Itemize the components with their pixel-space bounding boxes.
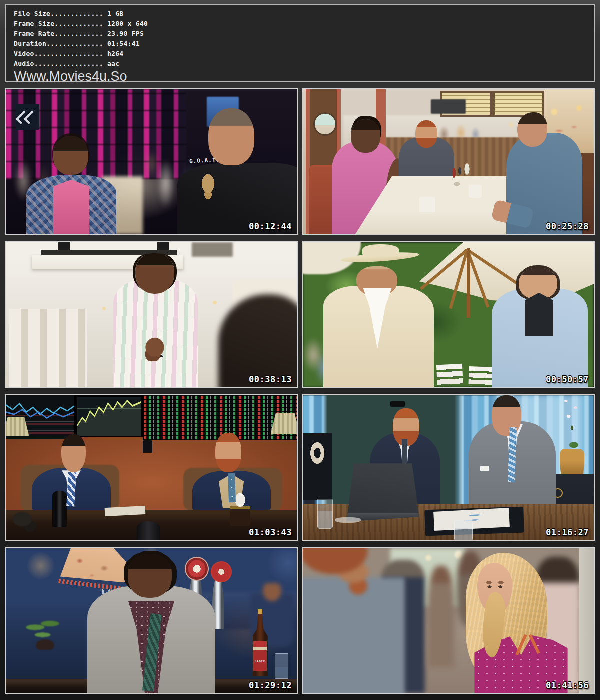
person-right-blue-polo [506, 133, 582, 234]
person-right-head [492, 396, 521, 436]
cowboy-hat-crown [362, 244, 399, 256]
wall-sconce [390, 402, 405, 408]
screenshot-3-bright-interior: 00:38:13 [5, 242, 298, 388]
media-info-panel: File Size............. 1 GB Frame Size..… [5, 4, 595, 82]
timestamp-overlay: 01:29:12 [249, 682, 292, 690]
person-left-cream-suit [324, 286, 434, 388]
timestamp-overlay: 01:03:43 [249, 528, 292, 537]
person-left-navy-suit-striped-tie [32, 468, 110, 512]
screenshot-2-diner: 00:25:28 [302, 88, 595, 236]
media-info-audio-codec: Audio................. aac [14, 59, 586, 69]
person-gray-blazer [88, 586, 216, 694]
timestamp-overlay: 01:16:27 [546, 528, 589, 537]
media-info-frame-rate: Frame Rate............ 23.98 FPS [14, 29, 586, 39]
screenshot-4-garden-party: 00:50:57 [302, 242, 595, 388]
media-info-file-size: File Size............. 1 GB [14, 9, 586, 19]
screenshot-8-party: 01:41:56 [302, 548, 595, 694]
screenshot-1-nightclub: G.O.A.T. 00:12:44 [5, 88, 298, 236]
pocket-square [480, 466, 489, 471]
monitor-center-stock-chart [76, 396, 143, 438]
white-folding-chair [436, 364, 464, 388]
person-left-head [62, 434, 86, 472]
person-left-patterned-shirt [26, 175, 116, 236]
person-pastel-striped-shirt [114, 280, 198, 388]
kitchen-hood [431, 100, 466, 114]
black-tumbler [52, 491, 67, 528]
umbrella-pole [467, 248, 470, 318]
screenshot-6-meeting-room: 01:16:27 [302, 394, 595, 542]
media-info-video-codec: Video................. h264 [14, 49, 586, 59]
potted-plant [20, 612, 70, 650]
coffee-mug [420, 197, 436, 213]
media-info-duration: Duration.............. 01:54:41 [14, 39, 586, 49]
drink-glass [275, 654, 288, 679]
person-right-head [216, 433, 242, 472]
site-watermark: Www.Movies4u.So [14, 70, 586, 84]
wall-camera [143, 440, 153, 454]
gold-necklace [500, 617, 524, 636]
tshirt-goat-graphic [198, 174, 218, 200]
stock-chart-graphic [78, 397, 142, 436]
upper-room-opening [192, 242, 232, 257]
timestamp-overlay: 00:50:57 [546, 376, 589, 384]
laptop [346, 464, 420, 522]
coffee-mug [469, 185, 482, 198]
paneled-wall [9, 309, 88, 388]
screenshot-5-trading-office: 01:03:43 [5, 394, 298, 542]
foreground-man-back [302, 548, 405, 694]
screenshot-grid: G.O.A.T. 00:12:44 00:25:28 [5, 88, 595, 694]
screenshot-sheet: File Size............. 1 GB Frame Size..… [0, 0, 600, 694]
timestamp-overlay: 00:12:44 [249, 222, 292, 231]
beer-label-text: LAGER [254, 660, 267, 663]
black-cup [137, 522, 160, 542]
blurred-guest [428, 566, 454, 668]
white-folding-chair [468, 367, 496, 388]
line-chart-graphic [6, 396, 74, 420]
cabinet-with-vase [303, 433, 332, 500]
ceiling-light [212, 300, 217, 305]
beer-tap-badge [211, 562, 232, 582]
timestamp-overlay: 00:25:28 [546, 222, 589, 231]
media-info-frame-size: Frame Size............ 1280 x 640 [14, 19, 586, 29]
screenshot-7-night-bar: LAGER 01:29:12 [5, 548, 298, 694]
beer-tap-badge [185, 557, 209, 581]
water-glass [318, 499, 333, 529]
timestamp-overlay: 00:38:13 [249, 376, 292, 384]
bull-statue [12, 510, 38, 533]
person-right-blue-blazer [492, 289, 588, 388]
white-pillar [580, 548, 594, 694]
condiment-caddy [446, 150, 474, 188]
papers-on-table [335, 518, 361, 524]
club-chevron-sign-icon [16, 104, 40, 130]
timestamp-overlay: 01:41:56 [546, 682, 589, 690]
water-glass [454, 520, 473, 540]
person-head-dreadlocks [128, 554, 172, 598]
